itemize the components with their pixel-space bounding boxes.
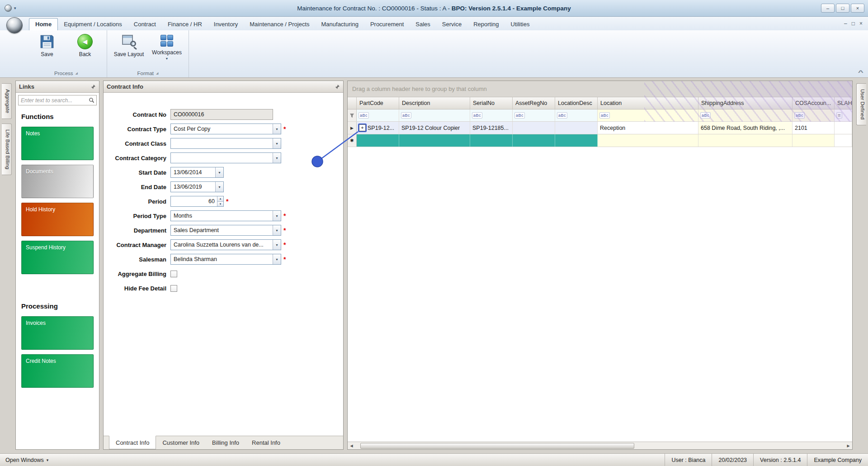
cell-locationdesc[interactable]: [555, 122, 598, 134]
filter-cell-cosaccount[interactable]: aBc: [793, 109, 835, 121]
filter-type-icon[interactable]: aBc: [359, 112, 369, 119]
side-tab-user-defined[interactable]: User Defined: [856, 83, 866, 125]
cell-cosaccount[interactable]: 2101: [793, 122, 835, 134]
ribbon-tab-service[interactable]: Service: [436, 19, 467, 30]
tab-customer-info[interactable]: Customer Info: [156, 436, 206, 449]
filter-cell-locationdesc[interactable]: aBc: [555, 109, 598, 121]
qat-caret-icon[interactable]: ▾: [14, 6, 16, 10]
new-cell-partcode[interactable]: [357, 134, 399, 147]
salesman-select[interactable]: Belinda Sharman ▼: [170, 254, 281, 265]
contract-category-select[interactable]: ▼: [170, 152, 281, 163]
scroll-track[interactable]: [355, 442, 844, 449]
end-date-picker[interactable]: 13/06/2019 ▼: [170, 181, 224, 192]
ribbon-tab-equipment-locations[interactable]: Equipment / Locations: [58, 19, 128, 30]
dropdown-arrow-icon[interactable]: ▼: [273, 153, 281, 163]
filter-cell-location[interactable]: aBc: [598, 109, 698, 121]
ribbon-tab-manufacturing[interactable]: Manufacturing: [316, 19, 364, 30]
column-header-serialno[interactable]: SerialNo: [470, 97, 513, 109]
filter-type-icon[interactable]: aBc: [401, 112, 411, 119]
ribbon-tab-sales[interactable]: Sales: [410, 19, 436, 30]
quick-access-toolbar[interactable]: ▾: [0, 5, 16, 12]
filter-cell-shippingaddress[interactable]: aBc: [698, 109, 793, 121]
close-button[interactable]: ×: [851, 4, 864, 13]
column-header-slahour[interactable]: SLAHou...: [835, 97, 852, 109]
collapse-ribbon-icon[interactable]: ^: [858, 69, 863, 76]
ribbon-tab-home[interactable]: Home: [29, 18, 58, 30]
new-cell-cosaccount[interactable]: [793, 134, 835, 147]
ribbon-tab-procurement[interactable]: Procurement: [364, 19, 410, 30]
grid-horizontal-scrollbar[interactable]: ◀ ▶: [348, 442, 852, 449]
ribbon-tab-finance-hr[interactable]: Finance / HR: [162, 19, 208, 30]
start-date-picker[interactable]: 13/06/2014 ▼: [170, 167, 224, 178]
process-dialog-launcher-icon[interactable]: ◢: [75, 71, 78, 75]
cell-location[interactable]: Reception: [598, 122, 698, 134]
new-cell-serialno[interactable]: [470, 134, 513, 147]
aggregate-billing-checkbox[interactable]: [170, 271, 177, 277]
workspaces-dropdown-icon[interactable]: ▼: [165, 57, 169, 60]
back-button[interactable]: ◀ Back: [68, 32, 102, 57]
search-input[interactable]: [19, 97, 89, 104]
ribbon-close-icon[interactable]: ×: [859, 20, 863, 27]
filter-type-icon[interactable]: aBc: [599, 112, 610, 119]
column-header-locationdesc[interactable]: LocationDesc: [555, 97, 598, 109]
ribbon-tab-maintenance-projects[interactable]: Maintenance / Projects: [244, 19, 315, 30]
contract-type-select[interactable]: Cost Per Copy ▼: [170, 124, 281, 134]
filter-type-icon[interactable]: aBc: [794, 112, 805, 119]
new-cell-assetregno[interactable]: [513, 134, 555, 147]
column-header-assetregno[interactable]: AssetRegNo: [513, 97, 555, 109]
filter-type-icon[interactable]: aBc: [472, 112, 482, 119]
search-icon[interactable]: [89, 97, 94, 103]
new-cell-description[interactable]: [399, 134, 470, 147]
spin-up-button[interactable]: ▲: [217, 196, 223, 201]
links-search-box[interactable]: [18, 95, 97, 105]
cell-serialno[interactable]: SP19-12185...: [470, 122, 513, 134]
column-header-partcode[interactable]: PartCode: [357, 97, 399, 109]
filter-cell-description[interactable]: aBc: [399, 109, 470, 121]
link-button-suspend-history[interactable]: Suspend History: [21, 241, 94, 274]
cell-slahour[interactable]: [835, 122, 852, 134]
open-windows-dropdown[interactable]: Open Windows ▾: [0, 454, 54, 466]
save-layout-button[interactable]: Save Layout: [112, 32, 146, 57]
dropdown-arrow-icon[interactable]: ▼: [273, 124, 281, 134]
scroll-right-button[interactable]: ▶: [844, 444, 852, 448]
cell-assetregno[interactable]: [513, 122, 555, 134]
link-button-notes[interactable]: Notes: [21, 127, 94, 160]
tab-rental-info[interactable]: Rental Info: [245, 436, 287, 449]
period-input[interactable]: 60 ▲ ▼: [170, 196, 224, 207]
link-button-invoices[interactable]: Invoices: [21, 316, 94, 350]
filter-cell-assetregno[interactable]: aBc: [513, 109, 555, 121]
cell-partcode[interactable]: + SP19-12...: [357, 122, 399, 134]
pin-icon[interactable]: [335, 84, 340, 90]
ribbon-restore-icon[interactable]: □: [852, 20, 855, 27]
filter-type-icon[interactable]: aBc: [514, 112, 525, 119]
new-cell-shippingaddress[interactable]: [698, 134, 793, 147]
contract-manager-select[interactable]: Carolina Suzzetta Lourens van de... ▼: [170, 239, 281, 250]
filter-equals-icon[interactable]: =: [836, 112, 842, 119]
expand-row-button[interactable]: +: [359, 124, 366, 131]
dropdown-arrow-icon[interactable]: ▼: [273, 240, 281, 250]
column-header-location[interactable]: Location: [598, 97, 698, 109]
workspaces-button[interactable]: Workspaces ▼: [150, 32, 184, 60]
department-select[interactable]: Sales Department ▼: [170, 225, 281, 236]
spin-down-button[interactable]: ▼: [217, 201, 223, 207]
period-type-select[interactable]: Months ▼: [170, 210, 281, 221]
format-dialog-launcher-icon[interactable]: ◢: [156, 71, 158, 75]
dropdown-arrow-icon[interactable]: ▼: [215, 182, 223, 192]
dropdown-arrow-icon[interactable]: ▼: [273, 225, 281, 235]
dropdown-arrow-icon[interactable]: ▼: [273, 138, 281, 148]
cell-shippingaddress[interactable]: 658 Dime Road, South Riding, ,...: [698, 122, 793, 134]
tab-billing-info[interactable]: Billing Info: [206, 436, 245, 449]
new-cell-location[interactable]: [598, 134, 698, 147]
cell-description[interactable]: SP19-12 Colour Copier: [399, 122, 470, 134]
grid-new-row[interactable]: ✱: [348, 134, 852, 147]
scroll-left-button[interactable]: ◀: [348, 444, 355, 448]
column-header-description[interactable]: Description: [399, 97, 470, 109]
ribbon-tab-contract[interactable]: Contract: [128, 19, 162, 30]
link-button-documents[interactable]: Documents: [21, 165, 94, 198]
group-by-area[interactable]: Drag a column header here to group by th…: [348, 81, 852, 97]
ribbon-tab-reporting[interactable]: Reporting: [467, 19, 505, 30]
column-header-cosaccount[interactable]: COSAccoun...: [793, 97, 835, 109]
new-cell-slahour[interactable]: [835, 134, 852, 147]
filter-cell-slahour[interactable]: =: [835, 109, 852, 121]
side-tab-life-based-billing[interactable]: Life Based Billing: [2, 124, 12, 175]
